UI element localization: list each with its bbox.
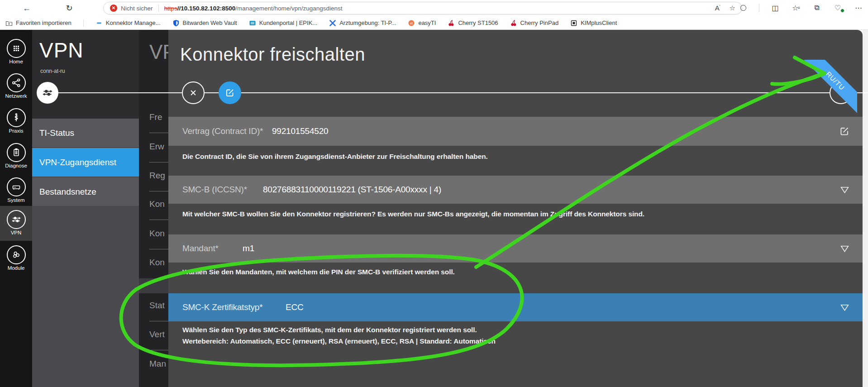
dropdown-chevron-icon[interactable] xyxy=(838,242,851,255)
background-page-strip: VP Fre Erw Reg Kon Kon Kon Stat Vert Man xyxy=(139,30,168,387)
sidebar-item-vpn[interactable]: VPN xyxy=(0,206,32,241)
bookmark-cherry-st1506[interactable]: Cherry ST1506 xyxy=(448,19,498,27)
back-icon[interactable]: ← xyxy=(21,2,33,14)
kim-icon xyxy=(570,19,577,27)
bookmark-cherry-pinpad[interactable]: Cherry PinPad xyxy=(510,19,559,27)
url-host: //10.150.82.102:8500 xyxy=(177,5,235,12)
blue-dash-icon xyxy=(95,19,103,27)
field-row-smcb[interactable]: SMC-B (ICCSN)* 80276883110000119221 (ST-… xyxy=(168,176,863,204)
menu-item-bestandsnetze[interactable]: Bestandsnetze xyxy=(32,177,139,206)
security-label[interactable]: Nicht sicher xyxy=(121,5,153,12)
clipboard-icon xyxy=(11,147,22,158)
menu-item-ti-status[interactable]: TI-Status xyxy=(32,119,139,147)
svg-text:et: et xyxy=(410,21,413,24)
field-row-vertrag[interactable]: Vertrag (Contract ID)* 992101554520 xyxy=(168,117,863,146)
field-row-mandant[interactable]: Mandant* m1 xyxy=(168,234,863,263)
screen: ← ↻ ✕ Nicht sicher https//10.150.82.102:… xyxy=(0,0,868,387)
cherry-icon xyxy=(510,19,517,27)
not-secure-icon[interactable]: ✕ xyxy=(110,5,117,12)
panel-title: VPN xyxy=(39,38,84,62)
bookmark-arztumgebung[interactable]: Arztumgebung: TI-P... xyxy=(329,19,396,27)
primary-sidebar: Home Netzwerk Praxis Diagnose System VPN… xyxy=(0,30,32,387)
address-bar[interactable]: ✕ Nicht sicher https//10.150.82.102:8500… xyxy=(103,2,742,14)
cross-arrows-icon xyxy=(329,19,336,27)
divider xyxy=(158,5,159,12)
konnektor-freischalten-dialog: Konnektor freischalten Vertrag (Contract… xyxy=(168,30,863,387)
cherry-icon xyxy=(448,19,455,27)
sidebar-item-diagnose[interactable]: Diagnose xyxy=(0,140,32,175)
close-button[interactable] xyxy=(182,81,205,104)
divider xyxy=(83,19,84,27)
bookmark-kundenportal[interactable]: Kundenportal | EPIK... xyxy=(249,19,317,27)
network-icon xyxy=(11,77,22,88)
sliders-icon xyxy=(11,214,22,225)
sidebar-item-system[interactable]: System xyxy=(0,175,32,209)
grid-icon xyxy=(11,43,22,54)
field-description: Die Contract ID, die Sie von ihrem Zugan… xyxy=(182,151,816,162)
easyti-icon: et xyxy=(408,19,415,27)
background-page-title: VP xyxy=(149,41,168,63)
url-scheme: https xyxy=(164,5,177,12)
menu-item-vpn-zugangsdienst[interactable]: VPN-Zugangsdienst xyxy=(32,148,139,177)
field-value: 992101554520 xyxy=(272,126,328,136)
split-screen-icon[interactable]: ◫ xyxy=(770,2,780,13)
more-menu-icon[interactable]: ⋯ xyxy=(854,2,863,13)
sidebar-item-praxis[interactable]: Praxis xyxy=(0,105,32,140)
read-aloud-icon[interactable]: Aʹ xyxy=(715,4,720,12)
collections-icon[interactable]: ⧉ xyxy=(812,2,822,13)
page-gutter xyxy=(863,30,868,387)
field-label: Vertrag (Contract ID)* xyxy=(182,126,272,136)
field-label: Mandant* xyxy=(182,244,243,253)
dropdown-chevron-icon[interactable] xyxy=(838,183,851,196)
field-description: Mit welcher SMC-B wollen Sie den Konnekt… xyxy=(182,209,816,220)
bookmark-konnektor-manager[interactable]: Konnektor Manage... xyxy=(95,19,161,27)
favorites-icon[interactable]: ☆≡ xyxy=(791,2,801,13)
browser-essentials-icon[interactable]: ♡ xyxy=(833,2,843,13)
browser-toolbar: ← ↻ ✕ Nicht sicher https//10.150.82.102:… xyxy=(0,0,868,16)
refresh-icon[interactable]: ↻ xyxy=(63,2,75,14)
field-label: SMC-K Zertifikatstyp* xyxy=(182,302,286,312)
toolbar-icons: ◫ ☆≡ ⧉ ♡ ⋯ xyxy=(738,2,863,13)
caduceus-icon xyxy=(11,112,22,123)
edit-field-icon[interactable] xyxy=(838,125,851,138)
field-value: ECC xyxy=(286,302,304,312)
panel-subtitle: conn-at-ru xyxy=(40,68,65,74)
field-row-smck-zertifikatstyp[interactable]: SMC-K Zertifikatstyp* ECC xyxy=(168,293,863,321)
edit-mode-button[interactable] xyxy=(219,81,241,104)
vpn-badge-icon xyxy=(37,82,58,104)
vpn-panel-header: VPN conn-at-ru xyxy=(32,30,139,119)
field-value: m1 xyxy=(243,244,254,253)
sidebar-item-home[interactable]: Home xyxy=(0,36,32,71)
field-description: Wählen Sie den Mandanten, mit welchem di… xyxy=(182,267,816,278)
server-icon xyxy=(11,182,22,192)
divider xyxy=(759,4,759,12)
sidebar-item-module[interactable]: Module xyxy=(0,243,32,277)
bookmark-easyti[interactable]: et easyTI xyxy=(408,19,436,27)
dialog-title: Konnektor freischalten xyxy=(180,44,365,65)
secondary-sidebar: VPN conn-at-ru TI-Status VPN-Zugangsdien… xyxy=(32,30,139,387)
shield-icon xyxy=(172,19,180,27)
import-favorites-button[interactable]: Favoriten importieren xyxy=(5,19,72,27)
background-section-band xyxy=(139,278,168,293)
confirm-button[interactable] xyxy=(830,81,852,104)
hexagons-icon xyxy=(11,249,22,260)
url-text[interactable]: https//10.150.82.102:8500/management/hom… xyxy=(164,5,343,12)
header-rule xyxy=(58,92,868,93)
portal-icon xyxy=(249,19,256,27)
copilot-icon[interactable] xyxy=(738,2,748,13)
dropdown-chevron-icon[interactable] xyxy=(838,301,851,314)
sidebar-item-netzwerk[interactable]: Netzwerk xyxy=(0,71,32,105)
import-folder-icon xyxy=(5,19,13,27)
url-path: /management/home/vpn/zugangsdienst xyxy=(235,5,342,12)
field-description: Wählen Sie den Typ des SMC-K-Zertifikats… xyxy=(182,325,825,347)
field-label: SMC-B (ICCSN)* xyxy=(182,185,263,195)
favorite-star-icon[interactable]: ☆ xyxy=(730,4,735,12)
field-value: 80276883110000119221 (ST-1506-A00xxxx | … xyxy=(263,185,441,195)
bookmark-kimplusclient[interactable]: KIMplusClient xyxy=(570,19,617,27)
bookmark-bitwarden[interactable]: Bitwarden Web Vault xyxy=(172,19,237,27)
bookmarks-bar: Favoriten importieren Konnektor Manage..… xyxy=(0,16,868,30)
